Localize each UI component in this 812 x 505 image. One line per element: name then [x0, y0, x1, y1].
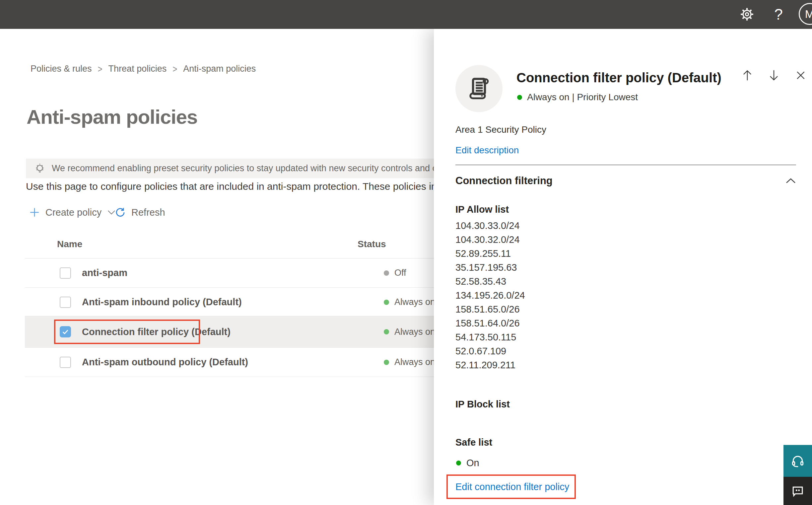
ip-entry: 52.0.67.109 [455, 344, 525, 358]
status-dot [517, 95, 522, 100]
status-dot [384, 300, 389, 305]
status-text: On [466, 458, 479, 469]
status-dot [384, 271, 389, 276]
create-policy-label: Create policy [45, 207, 102, 218]
breadcrumb-threat-policies[interactable]: Threat policies [109, 64, 167, 74]
ip-entry: 52.58.35.43 [455, 275, 525, 288]
status-text: Always on [394, 297, 435, 307]
ip-allow-list: 104.30.33.0/24 104.30.32.0/24 52.89.255.… [455, 219, 525, 372]
ip-allow-list-heading: IP Allow list [455, 204, 509, 215]
page-title: Anti-spam policies [26, 106, 197, 128]
ip-entry: 35.157.195.63 [455, 261, 525, 275]
feedback-button[interactable] [784, 477, 812, 505]
safe-list-heading: Safe list [455, 437, 492, 448]
close-icon [795, 70, 806, 80]
account-avatar[interactable]: M [799, 3, 812, 25]
status-text: Always on [394, 327, 435, 337]
lightbulb-icon [33, 162, 46, 175]
status-text: Off [394, 268, 406, 278]
row-checkbox[interactable] [60, 268, 71, 279]
edit-connection-filter-policy-link[interactable]: Edit connection filter policy [455, 481, 569, 492]
status-dot [384, 329, 389, 334]
status-cell: Always on [384, 327, 435, 337]
safe-list-status: On [456, 458, 479, 469]
row-checkbox[interactable] [60, 357, 71, 368]
status-cell: Always on [384, 357, 435, 367]
column-header-status[interactable]: Status [358, 239, 386, 249]
top-bar: ? M [0, 0, 812, 29]
chevron-right-icon: > [173, 63, 177, 75]
status-cell: Off [384, 268, 406, 278]
status-text: Always on [394, 357, 435, 367]
refresh-icon [114, 206, 126, 218]
flyout-status: Always on | Priority Lowest [517, 92, 638, 103]
ip-block-list-heading: IP Block list [455, 399, 510, 410]
policy-name: Anti-spam outbound policy (Default) [82, 357, 248, 368]
policy-type-badge [455, 65, 502, 112]
connection-filtering-section-header[interactable]: Connection filtering [455, 175, 796, 187]
status-dot [456, 461, 461, 466]
policy-details-flyout: Connection filter policy (Default) Alway… [434, 29, 812, 505]
breadcrumb: Policies & rules > Threat policies > Ant… [30, 64, 256, 74]
ip-entry: 54.173.50.115 [455, 330, 525, 344]
refresh-label: Refresh [131, 207, 165, 218]
ip-entry: 52.11.209.211 [455, 358, 525, 372]
flyout-title: Connection filter policy (Default) [517, 70, 788, 85]
ip-entry: 104.30.33.0/24 [455, 219, 525, 232]
ip-entry: 52.89.255.11 [455, 246, 525, 261]
close-button[interactable] [793, 68, 808, 82]
headset-icon [790, 453, 806, 469]
ip-entry: 134.195.26.0/24 [455, 288, 525, 302]
settings-button[interactable] [737, 5, 757, 24]
ip-entry: 158.51.64.0/26 [455, 316, 525, 330]
help-button[interactable]: ? [769, 5, 788, 24]
status-text: Always on | Priority Lowest [527, 92, 638, 103]
section-divider [455, 165, 796, 165]
policy-name: anti-spam [82, 268, 127, 278]
feedback-chat-icon [790, 484, 805, 498]
support-button[interactable] [784, 445, 812, 477]
status-cell: Always on [384, 297, 435, 307]
policy-description: Area 1 Security Policy [455, 125, 546, 135]
scroll-icon [466, 76, 492, 102]
question-mark-icon: ? [774, 7, 783, 22]
policy-name: Anti-spam inbound policy (Default) [82, 297, 242, 308]
chevron-up-icon [786, 177, 796, 184]
section-title: Connection filtering [455, 175, 553, 187]
plus-icon [29, 207, 40, 218]
row-checkbox[interactable] [60, 297, 71, 308]
ip-entry: 158.51.65.0/26 [455, 302, 525, 316]
status-dot [384, 360, 389, 365]
ip-entry: 104.30.32.0/24 [455, 232, 525, 246]
refresh-button[interactable]: Refresh [114, 204, 165, 221]
highlight-box-edit-link: Edit connection filter policy [446, 475, 576, 499]
column-header-name[interactable]: Name [57, 239, 82, 249]
edit-description-link[interactable]: Edit description [455, 145, 519, 156]
row-checkbox-checked[interactable] [60, 326, 71, 337]
chevron-right-icon: > [98, 63, 103, 75]
avatar-initial: M [805, 8, 812, 21]
breadcrumb-anti-spam-policies[interactable]: Anti-spam policies [183, 64, 256, 74]
create-policy-button[interactable]: Create policy [29, 204, 116, 221]
gear-icon [739, 7, 755, 22]
breadcrumb-policies-rules[interactable]: Policies & rules [30, 64, 92, 74]
policy-name: Connection filter policy (Default) [82, 327, 230, 337]
